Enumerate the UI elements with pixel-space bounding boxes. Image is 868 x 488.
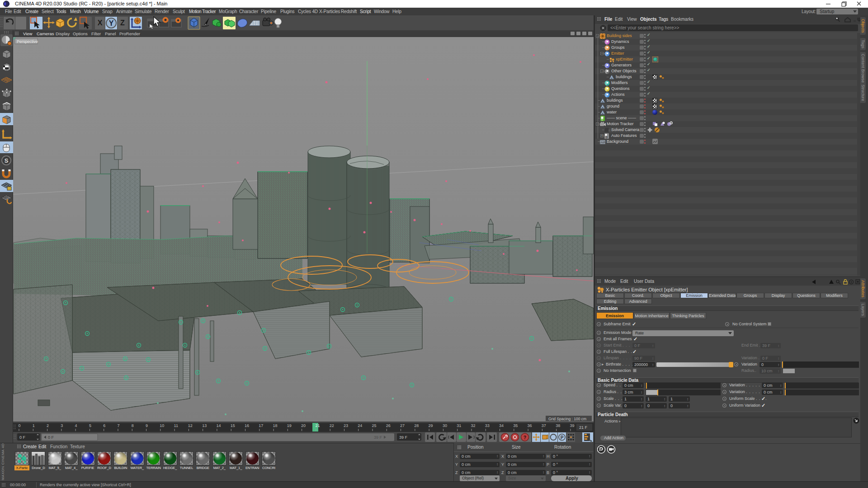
svg-text:P: P: [561, 435, 564, 440]
svg-text:9: 9: [146, 423, 148, 428]
svg-text:32: 32: [471, 423, 475, 428]
svg-text:4: 4: [75, 423, 77, 428]
svg-text:2: 2: [47, 423, 49, 428]
svg-text:27: 27: [400, 423, 405, 428]
svg-text:23: 23: [344, 423, 348, 428]
svg-text:17: 17: [259, 423, 263, 428]
svg-text:15: 15: [231, 423, 235, 428]
svg-text:Grid Spacing : 100 cm: Grid Spacing : 100 cm: [548, 417, 586, 421]
svg-text:0: 0: [601, 118, 603, 121]
svg-text:25: 25: [372, 423, 377, 428]
svg-text:24: 24: [358, 423, 362, 428]
svg-text:34: 34: [499, 423, 504, 428]
svg-text:12: 12: [188, 423, 193, 428]
svg-text:16: 16: [245, 423, 249, 428]
svg-text:37: 37: [542, 423, 546, 428]
svg-text:38: 38: [556, 423, 560, 428]
svg-text:Z: Z: [120, 19, 125, 27]
svg-text:10: 10: [160, 423, 164, 428]
svg-text:14: 14: [216, 423, 221, 428]
svg-text:0 F: 0 F: [19, 435, 26, 440]
svg-text:0: 0: [606, 136, 608, 139]
svg-text:?: ?: [524, 435, 526, 440]
svg-text:0: 0: [19, 423, 21, 428]
svg-text:39 F: 39 F: [374, 435, 382, 440]
svg-text:35: 35: [513, 423, 518, 428]
svg-text:39 F: 39 F: [399, 435, 408, 440]
svg-text:11: 11: [174, 423, 178, 428]
svg-text:Perspective: Perspective: [17, 39, 38, 44]
svg-text:S: S: [5, 157, 9, 164]
svg-text:33: 33: [485, 423, 490, 428]
svg-text:30: 30: [443, 423, 447, 428]
svg-text:36: 36: [528, 423, 532, 428]
svg-text:39: 39: [570, 423, 574, 428]
svg-text:X: X: [98, 19, 103, 27]
svg-text:18: 18: [273, 423, 278, 428]
svg-text:6: 6: [103, 423, 105, 428]
svg-text:Y: Y: [109, 19, 114, 27]
svg-text:3: 3: [61, 423, 63, 428]
svg-text:8: 8: [132, 423, 134, 428]
svg-text:21: 21: [315, 423, 320, 428]
svg-text:28: 28: [414, 423, 419, 428]
svg-text:31: 31: [457, 423, 461, 428]
svg-text:21 F: 21 F: [579, 425, 588, 430]
svg-text:0 F: 0 F: [48, 435, 54, 440]
svg-text:5: 5: [89, 423, 91, 428]
svg-text:19: 19: [287, 423, 292, 428]
svg-text:13: 13: [202, 423, 207, 428]
svg-text:7: 7: [117, 423, 119, 428]
svg-text:26: 26: [386, 423, 391, 428]
svg-text:20: 20: [301, 423, 306, 428]
svg-text:29: 29: [429, 423, 433, 428]
svg-text:1: 1: [33, 423, 35, 428]
svg-text:22: 22: [330, 423, 334, 428]
